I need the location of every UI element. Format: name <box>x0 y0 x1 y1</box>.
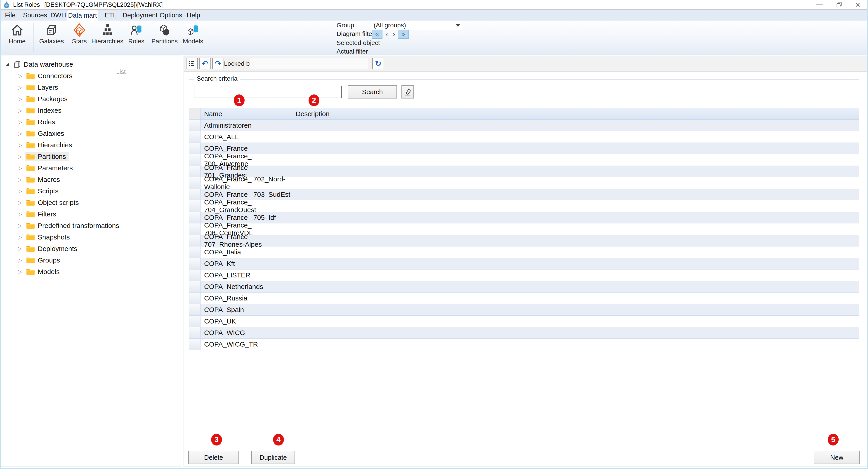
tree-item-node[interactable]: Object scripts <box>25 198 82 207</box>
row-selector-cell[interactable] <box>189 120 200 131</box>
menu-item[interactable]: DWH <box>51 10 66 21</box>
tree-collapsed-chevron-icon[interactable]: ▷ <box>18 245 23 252</box>
tree-collapsed-chevron-icon[interactable]: ▷ <box>18 176 23 183</box>
tree-item[interactable]: ▷ Filters <box>1 208 181 220</box>
menu-item[interactable]: Sources <box>23 10 47 21</box>
tree-item[interactable]: ▷ Roles <box>1 116 181 128</box>
row-selector-cell[interactable] <box>189 212 200 223</box>
tree-item[interactable]: ▷ Indexes <box>1 105 181 116</box>
tree-collapsed-chevron-icon[interactable]: ▷ <box>18 142 23 148</box>
tree-item-node[interactable]: Macros <box>25 175 63 184</box>
delete-button[interactable]: Delete <box>188 451 239 464</box>
diagram-filter-next-button[interactable]: › <box>391 30 397 39</box>
tree-item-node[interactable]: Filters <box>25 210 59 219</box>
table-row[interactable]: COPA_ALL <box>189 131 859 143</box>
table-row[interactable]: COPA_France_ 704_GrandOuest <box>189 200 859 212</box>
tree-item[interactable]: ▷ Groups <box>1 255 181 266</box>
row-selector-cell[interactable] <box>189 166 200 177</box>
tree-item-node[interactable]: Snapshots <box>25 233 72 242</box>
header-name[interactable]: Name <box>200 108 293 120</box>
row-selector-cell[interactable] <box>189 327 200 338</box>
tree-item-node[interactable]: Groups <box>25 256 63 265</box>
tree-item[interactable]: ▷ Snapshots <box>1 231 181 243</box>
tree-expanded-icon[interactable] <box>6 63 9 66</box>
row-selector-cell[interactable] <box>189 200 200 212</box>
tree-collapsed-chevron-icon[interactable]: ▷ <box>18 269 23 275</box>
tree-item-node[interactable]: Packages <box>25 94 70 103</box>
tree-item[interactable]: ▷ Predefined transformations <box>1 220 181 231</box>
row-selector-cell[interactable] <box>189 293 200 304</box>
tree-collapsed-chevron-icon[interactable]: ▷ <box>18 154 23 160</box>
table-row[interactable]: COPA_Kft <box>189 258 859 270</box>
row-selector-cell[interactable] <box>189 339 200 350</box>
tree-collapsed-chevron-icon[interactable]: ▷ <box>18 211 23 217</box>
tree-item[interactable]: ▷ Partitions <box>1 151 181 162</box>
tree-item-node[interactable]: Layers <box>25 83 61 92</box>
tree-collapsed-chevron-icon[interactable]: ▷ <box>18 188 23 194</box>
tree-item-node[interactable]: Models <box>25 267 62 276</box>
row-selector-cell[interactable] <box>189 281 200 292</box>
list-options-button[interactable] <box>186 58 198 69</box>
tree-item[interactable]: ▷ Galaxies <box>1 128 181 139</box>
ribbon-button-hierarchies[interactable]: Hierarchies <box>90 22 124 54</box>
clear-search-button[interactable] <box>401 86 414 99</box>
ribbon-button-home[interactable]: Home <box>2 22 32 54</box>
table-row[interactable]: COPA_France_ 707_Rhones-Alpes <box>189 235 859 246</box>
tree-item[interactable]: ▷ Deployments <box>1 243 181 255</box>
row-selector-cell[interactable] <box>189 143 200 154</box>
redo-button[interactable]: ↷ <box>212 58 224 69</box>
row-selector-cell[interactable] <box>189 224 200 235</box>
restore-button[interactable] <box>832 0 846 9</box>
ribbon-button-galaxies[interactable]: Galaxies <box>37 22 66 54</box>
tree-item[interactable]: ▷ Parameters <box>1 162 181 174</box>
row-selector-cell[interactable] <box>189 270 200 281</box>
tree-collapsed-chevron-icon[interactable]: ▷ <box>18 96 23 102</box>
table-row[interactable]: Administratoren <box>189 120 859 131</box>
table-row[interactable]: COPA_Netherlands <box>189 281 859 293</box>
ribbon-button-roles[interactable]: Roles <box>122 22 151 54</box>
header-description[interactable]: Description <box>293 108 327 120</box>
tree-collapsed-chevron-icon[interactable]: ▷ <box>18 234 23 240</box>
tree-item[interactable]: ▷ Layers <box>1 81 181 93</box>
tree-collapsed-chevron-icon[interactable]: ▷ <box>18 84 23 91</box>
tree-item[interactable]: ▷ Packages <box>1 93 181 105</box>
tree-item-node[interactable]: Galaxies <box>25 129 67 138</box>
tree-collapsed-chevron-icon[interactable]: ▷ <box>18 257 23 263</box>
tree-collapsed-chevron-icon[interactable]: ▷ <box>18 73 23 79</box>
tree-item[interactable]: ▷ Macros <box>1 174 181 185</box>
close-button[interactable]: × <box>850 0 865 9</box>
row-selector-cell[interactable] <box>189 304 200 315</box>
undo-button[interactable]: ↶ <box>199 58 211 69</box>
table-row[interactable]: COPA_France_ 702_Nord-Wallonie <box>189 177 859 189</box>
menu-item[interactable]: ETL <box>105 10 117 21</box>
header-selector-cell[interactable] <box>189 108 200 120</box>
diagram-filter-first-button[interactable]: « <box>372 30 382 39</box>
tree-collapsed-chevron-icon[interactable]: ▷ <box>18 119 23 125</box>
tree-item[interactable]: ▷ Object scripts <box>1 197 181 208</box>
tree-collapsed-chevron-icon[interactable]: ▷ <box>18 130 23 137</box>
row-selector-cell[interactable] <box>189 177 200 189</box>
ribbon-button-models[interactable]: Models <box>178 22 208 54</box>
ribbon-button-stars[interactable]: Stars <box>65 22 94 54</box>
duplicate-button[interactable]: Duplicate <box>251 451 295 464</box>
tree-item[interactable]: ▷ Models <box>1 266 181 277</box>
table-row[interactable]: COPA_WICG_TR <box>189 339 859 350</box>
menu-item[interactable]: Deployment <box>123 10 158 21</box>
tree-item-node[interactable]: Connectors <box>25 71 75 80</box>
row-selector-cell[interactable] <box>189 189 200 200</box>
tree-item[interactable]: ▷ Scripts <box>1 185 181 197</box>
row-selector-cell[interactable] <box>189 131 200 142</box>
tree-item-node[interactable]: Predefined transformations <box>25 221 122 230</box>
tree-item-node[interactable]: Hierarchies <box>25 140 75 149</box>
ribbon-button-partitions[interactable]: Partitions <box>150 22 179 54</box>
diagram-filter-prev-button[interactable]: ‹ <box>384 30 390 39</box>
tree-collapsed-chevron-icon[interactable]: ▷ <box>18 223 23 229</box>
tree-collapsed-chevron-icon[interactable]: ▷ <box>18 165 23 171</box>
menu-item[interactable]: Data mart <box>67 10 98 21</box>
tree-item-node[interactable]: Partitions <box>25 152 69 161</box>
tree-collapsed-chevron-icon[interactable]: ▷ <box>18 107 23 114</box>
table-row[interactable]: COPA_Italia <box>189 246 859 258</box>
tree-item-node[interactable]: Scripts <box>25 187 61 196</box>
menu-item[interactable]: Help <box>187 10 200 21</box>
group-dropdown[interactable]: (All groups) <box>371 21 462 30</box>
